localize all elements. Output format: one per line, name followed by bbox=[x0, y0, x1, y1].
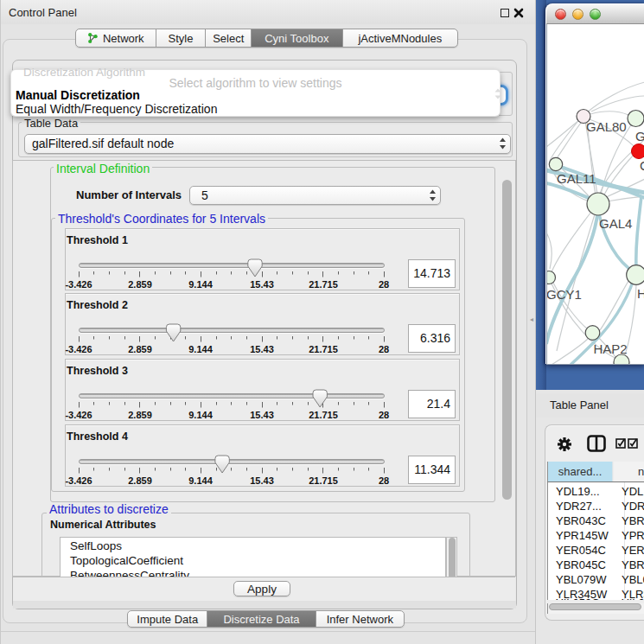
svg-text:GAL4: GAL4 bbox=[599, 216, 632, 231]
svg-text:GCY1: GCY1 bbox=[546, 287, 582, 302]
svg-text:HA: HA bbox=[637, 286, 644, 301]
svg-text:HAP2: HAP2 bbox=[594, 341, 628, 356]
svg-text:GAL11: GAL11 bbox=[557, 171, 596, 186]
svg-text:GA: GA bbox=[635, 129, 644, 143]
svg-text:GAL80: GAL80 bbox=[586, 119, 627, 134]
svg-text:C: C bbox=[640, 158, 644, 173]
